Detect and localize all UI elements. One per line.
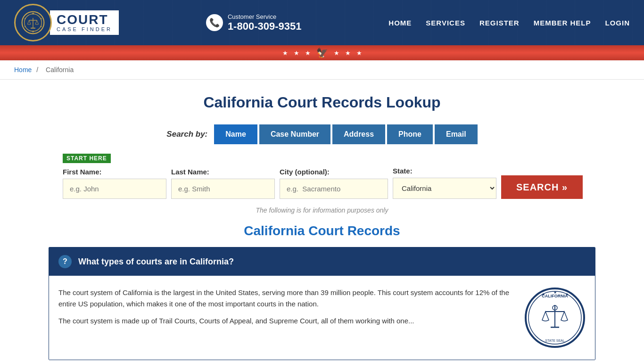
city-label: City (optional): bbox=[280, 168, 388, 176]
phone-area: 📞 Customer Service 1-800-309-9351 bbox=[206, 13, 302, 33]
main-nav: HOME SERVICES REGISTER MEMBER HELP LOGIN bbox=[388, 19, 630, 27]
form-row: First Name: Last Name: City (optional): … bbox=[63, 167, 581, 199]
tab-address[interactable]: Address bbox=[332, 124, 385, 144]
eagle-icon: 🦅 bbox=[316, 47, 328, 58]
search-form-area: START HERE First Name: Last Name: City (… bbox=[63, 154, 581, 199]
logo-area: ★ ★ ★ ★ ★ ★ COURT CASE FINDER bbox=[14, 4, 119, 41]
first-name-input[interactable] bbox=[63, 179, 166, 199]
logo-court-text: COURT bbox=[57, 13, 112, 26]
svg-text:★: ★ bbox=[32, 30, 34, 33]
breadcrumb-home[interactable]: Home bbox=[14, 66, 32, 74]
state-label: State: bbox=[393, 167, 496, 175]
svg-text:★: ★ bbox=[553, 290, 557, 295]
svg-rect-10 bbox=[31, 28, 35, 29]
start-here-badge: START HERE bbox=[63, 154, 111, 163]
star-left-1: ★ bbox=[282, 49, 288, 57]
accordion-text: The court system of California is the la… bbox=[58, 287, 510, 348]
last-name-input[interactable] bbox=[171, 179, 275, 199]
info-note: The following is for information purpose… bbox=[49, 206, 595, 214]
tab-case-number[interactable]: Case Number bbox=[259, 124, 330, 144]
star-left-2: ★ bbox=[294, 49, 299, 57]
header: ★ ★ ★ ★ ★ ★ COURT CASE FINDER 📞 Customer… bbox=[0, 0, 644, 45]
nav-member-help[interactable]: MEMBER HELP bbox=[534, 19, 591, 27]
accordion-para1: The court system of California is the la… bbox=[58, 287, 510, 310]
city-group: City (optional): bbox=[280, 168, 388, 199]
svg-text:★: ★ bbox=[40, 25, 42, 28]
accordion-para2: The court system is made up of Trail Cou… bbox=[58, 315, 510, 327]
banner-strip: ★ ★ ★ 🦅 ★ ★ ★ bbox=[0, 45, 644, 60]
star-right-1: ★ bbox=[334, 49, 339, 57]
svg-rect-20 bbox=[551, 327, 559, 328]
logo-circle: ★ ★ ★ ★ ★ ★ bbox=[14, 4, 52, 41]
tab-phone[interactable]: Phone bbox=[387, 124, 433, 144]
tab-email[interactable]: Email bbox=[435, 124, 478, 144]
page-title: California Court Records Lookup bbox=[49, 94, 595, 111]
breadcrumb-separator: / bbox=[36, 66, 38, 74]
city-input[interactable] bbox=[280, 179, 388, 199]
svg-text:★: ★ bbox=[40, 17, 42, 20]
accordion-header[interactable]: ? What types of courts are in California… bbox=[49, 247, 595, 276]
phone-text: Customer Service 1-800-309-9351 bbox=[228, 13, 302, 33]
records-title: California Court Records bbox=[49, 223, 595, 239]
nav-home[interactable]: HOME bbox=[388, 19, 412, 27]
nav-login[interactable]: LOGIN bbox=[605, 19, 630, 27]
search-button[interactable]: SEARCH » bbox=[501, 175, 583, 199]
search-tabs-row: Search by: Name Case Number Address Phon… bbox=[49, 124, 595, 144]
last-name-group: Last Name: bbox=[171, 168, 275, 199]
svg-text:★: ★ bbox=[32, 12, 34, 15]
breadcrumb-current: California bbox=[46, 66, 74, 74]
accordion: ? What types of courts are in California… bbox=[49, 247, 595, 360]
star-left-3: ★ bbox=[305, 49, 311, 57]
search-by-label: Search by: bbox=[166, 130, 207, 139]
search-section: Search by: Name Case Number Address Phon… bbox=[49, 124, 595, 144]
nav-register[interactable]: REGISTER bbox=[479, 19, 520, 27]
phone-number: 1-800-309-9351 bbox=[228, 20, 302, 33]
accordion-question-icon: ? bbox=[58, 255, 72, 268]
breadcrumb: Home / California bbox=[0, 60, 644, 80]
logo-sub-text: CASE FINDER bbox=[57, 26, 112, 32]
star-right-2: ★ bbox=[345, 49, 351, 57]
california-seal: CALIFORNIA STATE SEAL ★ ★ ★ bbox=[524, 287, 586, 348]
star-right-3: ★ bbox=[356, 49, 362, 57]
main-content: California Court Records Lookup Search b… bbox=[39, 80, 605, 362]
svg-text:★: ★ bbox=[542, 292, 545, 296]
svg-text:★: ★ bbox=[565, 292, 569, 296]
first-name-group: First Name: bbox=[63, 168, 166, 199]
customer-service-label: Customer Service bbox=[228, 13, 302, 20]
last-name-label: Last Name: bbox=[171, 168, 275, 176]
svg-text:★: ★ bbox=[24, 25, 26, 28]
banner-eagle: ★ ★ ★ 🦅 ★ ★ ★ bbox=[282, 47, 362, 58]
tab-name[interactable]: Name bbox=[214, 124, 257, 144]
svg-text:STATE SEAL: STATE SEAL bbox=[545, 339, 564, 342]
accordion-body: The court system of California is the la… bbox=[49, 276, 595, 360]
state-group: State: California Alabama Alaska Arizona… bbox=[393, 167, 496, 199]
state-select[interactable]: California Alabama Alaska Arizona New Yo… bbox=[393, 178, 496, 199]
logo-text-box: COURT CASE FINDER bbox=[50, 10, 119, 35]
phone-icon: 📞 bbox=[206, 14, 223, 31]
first-name-label: First Name: bbox=[63, 168, 166, 176]
nav-services[interactable]: SERVICES bbox=[426, 19, 465, 27]
accordion-title: What types of courts are in California? bbox=[78, 257, 234, 267]
